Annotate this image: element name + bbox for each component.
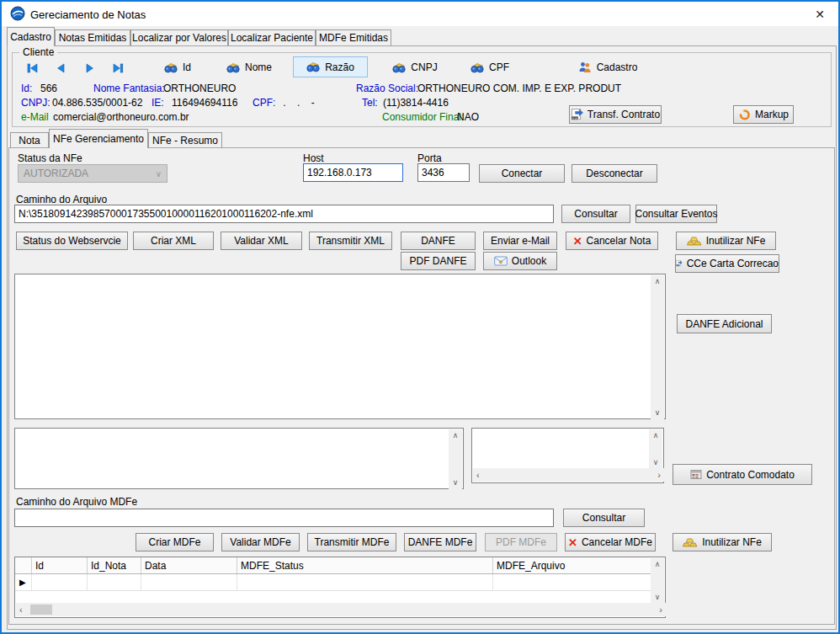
cnpj-label: CNPJ: — [21, 97, 51, 109]
tab-notas-emitidas[interactable]: Notas Emitidas — [55, 29, 130, 45]
scroll-up-icon[interactable]: ∧ — [655, 561, 661, 568]
pdf-danfe-label: PDF DANFE — [409, 255, 466, 267]
validar-xml-label: Validar XML — [234, 235, 288, 247]
nav-last-button[interactable] — [107, 60, 129, 77]
people-icon — [578, 61, 592, 73]
scroll-up-icon[interactable]: ∧ — [653, 432, 659, 440]
vertical-scrollbar[interactable]: ∧ ∨ — [651, 275, 664, 419]
response-textarea-2[interactable]: ∧ ∨ ‹ › — [471, 428, 664, 483]
vertical-scrollbar[interactable]: ∧ ∨ — [449, 429, 462, 489]
caminho-arquivo-input[interactable] — [14, 205, 554, 223]
scroll-up-icon[interactable]: ∧ — [453, 432, 459, 440]
transmitir-xml-button[interactable]: Transmitir XML — [309, 232, 392, 250]
tab-nota[interactable]: Nota — [10, 132, 49, 147]
scroll-left-icon[interactable]: ‹ — [476, 471, 480, 480]
pdf-danfe-button[interactable]: PDF DANFE — [401, 252, 476, 270]
danfe-mdfe-label: DANFE MDFe — [408, 536, 473, 548]
porta-input[interactable] — [417, 163, 470, 182]
consultar-button[interactable]: Consultar — [561, 205, 630, 223]
search-cnpj-label: CNPJ — [411, 61, 437, 73]
markup-button[interactable]: Markup — [733, 105, 794, 124]
cancelar-nota-label: Cancelar Nota — [587, 235, 651, 247]
vertical-scrollbar[interactable]: ∧ ∨ — [649, 429, 662, 469]
grid-header-data: Data — [141, 557, 237, 573]
danfe-button[interactable]: DANFE — [401, 232, 476, 250]
conectar-button[interactable]: Conectar — [479, 164, 565, 183]
danfe-adicional-button[interactable]: DANFE Adicional — [677, 314, 772, 333]
grid-row[interactable]: ▶ — [15, 574, 651, 591]
search-nome-button[interactable]: Nome — [220, 57, 279, 77]
response-textarea-1[interactable]: ∧ ∨ — [14, 428, 464, 489]
tab-cadastro[interactable]: Cadastro — [7, 27, 55, 46]
tel-label: Tel: — [362, 97, 378, 109]
title-bar: Gereciamento de Notas ✕ — [2, 2, 838, 26]
consultar-eventos-label: Consultar Eventos — [635, 208, 717, 220]
nfe-log-textarea[interactable]: ∧ ∨ — [14, 274, 666, 419]
tab-localizar-paciente[interactable]: Localizar Paciente — [228, 29, 316, 45]
inutilizar-nfe-mdfe-button[interactable]: Inutilizar NFe — [673, 533, 772, 551]
caminho-mdfe-input[interactable] — [14, 509, 554, 527]
scroll-down-icon[interactable]: ∨ — [655, 409, 661, 417]
validar-mdfe-button[interactable]: Validar MDFe — [221, 533, 300, 551]
nav-prev-button[interactable] — [50, 60, 72, 77]
red-x-icon: ✕ — [573, 236, 582, 247]
transmitir-mdfe-label: Transmitir MDFe — [315, 536, 390, 548]
enviar-email-button[interactable]: Enviar e-Mail — [483, 232, 557, 250]
consultar-label: Consultar — [574, 208, 617, 220]
scroll-right-icon[interactable]: › — [659, 605, 662, 615]
cancelar-nota-button[interactable]: ✕ Cancelar Nota — [566, 232, 658, 250]
tab-label: Notas Emitidas — [59, 32, 127, 44]
scroll-left-icon[interactable]: ‹ — [19, 605, 23, 615]
consultar-eventos-button[interactable]: Consultar Eventos — [635, 205, 717, 223]
tab-mdfe-emitidas[interactable]: MDFe Emitidas — [316, 29, 391, 45]
consultar-mdfe-button[interactable]: Consultar — [563, 509, 645, 527]
criar-mdfe-label: Criar MDFe — [149, 536, 201, 548]
tab-localizar-por-valores[interactable]: Localizar por Valores — [130, 29, 228, 45]
id-label: Id: — [21, 83, 32, 94]
host-label: Host — [303, 152, 324, 164]
scroll-down-icon[interactable]: ∨ — [453, 479, 459, 487]
outlook-button[interactable]: Outlook — [483, 252, 557, 270]
scrollbar-thumb[interactable] — [30, 605, 52, 615]
tab-nfe-resumo[interactable]: NFe - Resumo — [148, 132, 222, 147]
inutilizar-nfe-button[interactable]: Inutilizar NFe — [676, 232, 776, 250]
status-webservice-button[interactable]: Status do Webservcie — [16, 232, 128, 250]
tab-nfe-gerenciamento[interactable]: NFe Gerenciamento — [49, 129, 148, 148]
horizontal-scrollbar[interactable]: ‹ › — [473, 468, 664, 482]
cadastro-label: Cadastro — [597, 61, 638, 73]
caminho-arquivo-label: Caminho do Arquivo — [16, 194, 107, 205]
host-input[interactable] — [303, 163, 403, 182]
desconectar-button[interactable]: Desconectar — [572, 164, 657, 183]
grid-horizontal-scrollbar[interactable]: ‹ › — [16, 603, 666, 616]
transf-contrato-button[interactable]: 0101 Transf. Contrato — [569, 105, 662, 124]
cancelar-mdfe-button[interactable]: ✕ Cancelar MDFe — [565, 533, 656, 551]
validar-xml-button[interactable]: Validar XML — [221, 232, 302, 250]
cpf-value: . . - — [280, 97, 315, 109]
binoculars-icon — [226, 62, 240, 73]
scroll-right-icon[interactable]: › — [657, 471, 661, 480]
search-cnpj-button[interactable]: CNPJ — [385, 57, 444, 77]
nav-next-button[interactable] — [78, 60, 100, 77]
criar-xml-button[interactable]: Criar XML — [133, 232, 214, 250]
danfe-adicional-label: DANFE Adicional — [685, 318, 763, 330]
cadastro-button[interactable]: Cadastro — [565, 57, 651, 77]
scroll-down-icon[interactable]: ∨ — [655, 594, 661, 601]
tel-value: (11)3814-4416 — [383, 97, 449, 109]
cce-carta-correcao-button[interactable]: 0101 CCe Carta Correcao — [675, 254, 779, 273]
criar-mdfe-button[interactable]: Criar MDFe — [136, 533, 214, 551]
scroll-down-icon[interactable]: ∨ — [653, 459, 659, 466]
danfe-mdfe-button[interactable]: DANFE MDFe — [404, 533, 476, 551]
razao-social-label: Razão Social: — [356, 83, 418, 94]
email-value: comercial@orthoneuro.com.br — [53, 111, 189, 123]
transmitir-mdfe-button[interactable]: Transmitir MDFe — [307, 533, 396, 551]
search-razao-button[interactable]: Razão — [293, 56, 368, 77]
grid-header-mdfe-status: MDFE_Status — [237, 557, 493, 573]
scroll-up-icon[interactable]: ∧ — [655, 278, 661, 285]
search-id-button[interactable]: Id — [154, 57, 201, 77]
grid-cell-mdfe-status — [237, 574, 493, 590]
close-icon[interactable]: ✕ — [811, 6, 829, 23]
contrato-comodato-button[interactable]: Contrato Comodato — [673, 464, 812, 485]
search-cpf-button[interactable]: CPF — [464, 57, 516, 77]
grid-vertical-scrollbar[interactable]: ∧ ∨ — [651, 558, 664, 604]
nav-first-button[interactable] — [21, 60, 43, 77]
